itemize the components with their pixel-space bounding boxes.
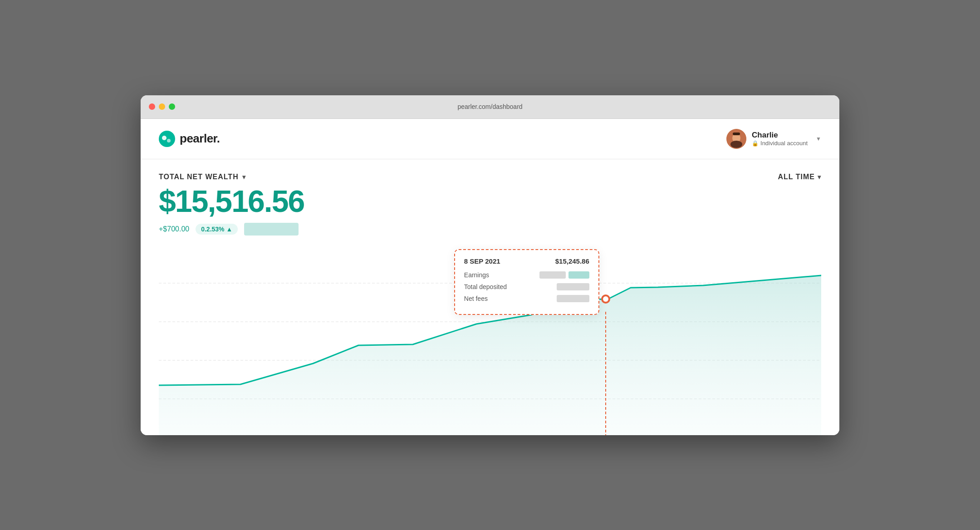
pearler-logo-icon (159, 131, 175, 147)
svg-point-0 (159, 131, 175, 147)
svg-point-2 (167, 139, 171, 142)
tooltip-value: $15,245.86 (555, 257, 589, 265)
user-account-type: 🔒 Individual account (752, 140, 808, 147)
tooltip-label-deposited: Total deposited (464, 283, 557, 290)
svg-rect-6 (733, 132, 740, 135)
chart-tooltip: 8 SEP 2021 $15,245.86 Earnings Total dep… (454, 249, 599, 315)
close-button[interactable] (149, 103, 155, 110)
user-menu[interactable]: Charlie 🔒 Individual account ▼ (726, 129, 821, 149)
url-bar: pearler.com/dashboard (457, 103, 522, 110)
change-amount: +$700.00 (159, 225, 189, 233)
deposited-bar-gray (557, 283, 589, 290)
tooltip-bars-fees (557, 295, 589, 302)
up-arrow-icon: ▲ (226, 226, 233, 233)
time-chevron-icon: ▾ (818, 173, 821, 181)
dashboard-main: TOTAL NET WEALTH ▾ ALL TIME ▾ $15,516.56… (141, 159, 839, 435)
earnings-bar-teal (568, 271, 589, 279)
user-name: Charlie (752, 131, 778, 140)
user-dropdown-arrow[interactable]: ▼ (816, 136, 821, 142)
tooltip-bars-earnings (539, 271, 589, 279)
header: pearler. Charlie 🔒 Individu (141, 119, 839, 159)
app-content: pearler. Charlie 🔒 Individu (141, 119, 839, 435)
lock-icon: 🔒 (752, 140, 759, 147)
logo-text: pearler. (180, 132, 220, 146)
all-time-text: ALL TIME (778, 173, 815, 181)
logo-area: pearler. (159, 131, 220, 147)
fees-bar-gray (557, 295, 589, 302)
titlebar: pearler.com/dashboard (141, 95, 839, 119)
change-bar-indicator (244, 223, 299, 236)
chart-container: 8 SEP 2021 $15,245.86 Earnings Total dep… (159, 245, 821, 435)
wealth-chevron-icon: ▾ (242, 173, 246, 181)
chart-active-point-inner (603, 296, 608, 302)
total-net-wealth-selector[interactable]: TOTAL NET WEALTH ▾ (159, 173, 246, 181)
total-net-wealth-text: TOTAL NET WEALTH (159, 173, 239, 181)
minimize-button[interactable] (159, 103, 165, 110)
window-controls (149, 103, 175, 110)
chart-header: TOTAL NET WEALTH ▾ ALL TIME ▾ (159, 173, 821, 181)
tooltip-date: 8 SEP 2021 (464, 257, 500, 265)
tooltip-row-deposited: Total deposited (464, 283, 589, 290)
svg-point-5 (730, 141, 742, 148)
user-avatar (726, 129, 746, 149)
earnings-bar-gray (539, 271, 566, 279)
maximize-button[interactable] (169, 103, 175, 110)
tooltip-label-fees: Net fees (464, 295, 557, 302)
time-range-selector[interactable]: ALL TIME ▾ (778, 173, 821, 181)
svg-point-1 (162, 136, 167, 140)
avatar-image (726, 129, 746, 149)
wealth-value: $15,516.56 (159, 186, 821, 216)
user-info: Charlie 🔒 Individual account (752, 131, 808, 147)
app-window: pearler.com/dashboard pearler. (141, 95, 839, 435)
tooltip-row-earnings: Earnings (464, 271, 589, 279)
tooltip-header: 8 SEP 2021 $15,245.86 (464, 257, 589, 265)
tooltip-label-earnings: Earnings (464, 271, 539, 279)
tooltip-row-fees: Net fees (464, 295, 589, 302)
wealth-change-row: +$700.00 0.2.53% ▲ (159, 223, 821, 236)
tooltip-bars-deposited (557, 283, 589, 290)
change-percentage: 0.2.53% ▲ (196, 224, 238, 235)
